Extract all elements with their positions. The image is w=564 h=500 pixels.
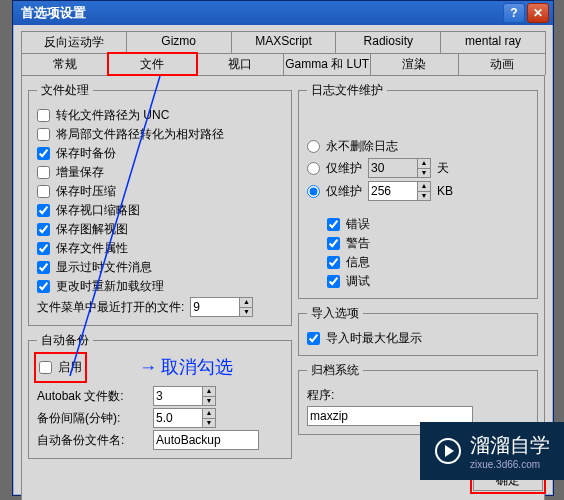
watermark-brand: 溜溜自学 [470, 434, 550, 456]
log-check-label: 警告 [346, 235, 370, 252]
log-check-label: 信息 [346, 254, 370, 271]
file-handling-checkbox[interactable] [37, 166, 50, 179]
watermark: 溜溜自学 zixue.3d66.com [420, 422, 564, 480]
file-handling-item[interactable]: 保存文件属性 [37, 240, 283, 257]
log-never-label: 永不删除日志 [326, 138, 398, 155]
log-maint-kb-spinner[interactable]: ▲▼ [418, 181, 431, 201]
auto-backup-row-label: 备份间隔(分钟): [37, 410, 147, 427]
file-handling-label: 增量保存 [56, 164, 104, 181]
log-check-label: 错误 [346, 216, 370, 233]
tabrow-2: 常规 文件 视口 Gamma 和 LUT 渲染 动画 [21, 53, 545, 75]
recent-files-spinner[interactable]: ▲▼ [240, 297, 253, 317]
tab-radiosity[interactable]: Radiosity [335, 31, 441, 53]
log-maint-kb-input[interactable] [368, 181, 418, 201]
file-handling-checkbox[interactable] [37, 185, 50, 198]
import-maximize-checkbox[interactable] [307, 332, 320, 345]
import-maximize-row[interactable]: 导入时最大化显示 [307, 330, 529, 347]
file-handling-item[interactable]: 更改时重新加载纹理 [37, 278, 283, 295]
titlebar[interactable]: 首选项设置 ? ✕ [13, 1, 553, 25]
auto-backup-enable-row[interactable]: 启用 [39, 359, 82, 376]
file-handling-item[interactable]: 显示过时文件消息 [37, 259, 283, 276]
auto-backup-row-label: Autobak 文件数: [37, 388, 147, 405]
log-check-checkbox[interactable] [327, 218, 340, 231]
file-handling-item[interactable]: 保存时备份 [37, 145, 283, 162]
log-check-label: 调试 [346, 273, 370, 290]
tab-viewport[interactable]: 视口 [196, 53, 284, 75]
auto-backup-group: 自动备份 启用 → 取消勾选 Autobak 文件数:▲▼备份间隔(分钟):▲▼… [28, 332, 292, 459]
auto-backup-row-spinner[interactable]: ▲▼ [203, 408, 216, 428]
file-handling-checkbox[interactable] [37, 223, 50, 236]
log-maint-legend: 日志文件维护 [307, 82, 387, 99]
tab-anim[interactable]: 动画 [458, 53, 546, 75]
file-handling-checkbox[interactable] [37, 280, 50, 293]
file-handling-legend: 文件处理 [37, 82, 93, 99]
auto-backup-name-label: 自动备份文件名: [37, 432, 147, 449]
tab-gamma[interactable]: Gamma 和 LUT [283, 53, 371, 75]
auto-backup-name-input[interactable] [153, 430, 259, 450]
file-handling-item[interactable]: 保存图解视图 [37, 221, 283, 238]
file-handling-label: 显示过时文件消息 [56, 259, 152, 276]
tab-maxscript[interactable]: MAXScript [231, 31, 337, 53]
file-handling-checkbox[interactable] [37, 242, 50, 255]
log-never-radio[interactable] [307, 140, 320, 153]
tabrow-1: 反向运动学 Gizmo MAXScript Radiosity mental r… [21, 31, 545, 53]
recent-files-label: 文件菜单中最近打开的文件: [37, 299, 184, 316]
window-title: 首选项设置 [17, 4, 501, 22]
auto-backup-enable-label: 启用 [58, 359, 82, 376]
file-handling-checkbox[interactable] [37, 109, 50, 122]
log-maint-days-unit: 天 [437, 160, 449, 177]
log-maint-kb-label: 仅维护 [326, 183, 362, 200]
file-handling-checkbox[interactable] [37, 128, 50, 141]
tab-ik[interactable]: 反向运动学 [21, 31, 127, 53]
file-handling-checkbox[interactable] [37, 261, 50, 274]
tab-files[interactable]: 文件 [108, 53, 196, 75]
tabs: 反向运动学 Gizmo MAXScript Radiosity mental r… [21, 31, 545, 75]
log-maint-days-label: 仅维护 [326, 160, 362, 177]
annotation-arrow: → [139, 357, 157, 378]
log-check-checkbox[interactable] [327, 275, 340, 288]
auto-backup-enable-checkbox[interactable] [39, 361, 52, 374]
log-maint-group: 日志文件维护 永不删除日志 仅维护 ▲▼ 天 仅维护 [298, 82, 538, 299]
log-maint-kb-radio[interactable] [307, 185, 320, 198]
file-handling-checkbox[interactable] [37, 147, 50, 160]
log-maint-days-spinner[interactable]: ▲▼ [418, 158, 431, 178]
file-handling-label: 保存时备份 [56, 145, 116, 162]
log-check-item[interactable]: 调试 [327, 273, 529, 290]
recent-files-input[interactable] [190, 297, 240, 317]
auto-backup-row-spinner[interactable]: ▲▼ [203, 386, 216, 406]
log-check-checkbox[interactable] [327, 256, 340, 269]
file-handling-label: 保存视口缩略图 [56, 202, 140, 219]
file-handling-group: 文件处理 转化文件路径为 UNC将局部文件路径转化为相对路径保存时备份增量保存保… [28, 82, 292, 326]
auto-backup-row-input[interactable] [153, 408, 203, 428]
file-handling-label: 保存文件属性 [56, 240, 128, 257]
help-button[interactable]: ? [503, 3, 525, 23]
watermark-sub: zixue.3d66.com [470, 459, 550, 470]
tab-gizmo[interactable]: Gizmo [126, 31, 232, 53]
file-handling-checkbox[interactable] [37, 204, 50, 217]
tab-mentalray[interactable]: mental ray [440, 31, 546, 53]
file-handling-item[interactable]: 保存时压缩 [37, 183, 283, 200]
log-maint-days-input[interactable] [368, 158, 418, 178]
log-check-item[interactable]: 错误 [327, 216, 529, 233]
file-handling-item[interactable]: 转化文件路径为 UNC [37, 107, 283, 124]
file-handling-label: 转化文件路径为 UNC [56, 107, 169, 124]
log-check-item[interactable]: 信息 [327, 254, 529, 271]
log-check-item[interactable]: 警告 [327, 235, 529, 252]
log-maint-kb-unit: KB [437, 184, 453, 198]
tab-general[interactable]: 常规 [21, 53, 109, 75]
log-check-checkbox[interactable] [327, 237, 340, 250]
close-button[interactable]: ✕ [527, 3, 549, 23]
auto-backup-row-input[interactable] [153, 386, 203, 406]
file-handling-label: 将局部文件路径转化为相对路径 [56, 126, 224, 143]
file-handling-item[interactable]: 增量保存 [37, 164, 283, 181]
tab-render[interactable]: 渲染 [370, 53, 458, 75]
import-maximize-label: 导入时最大化显示 [326, 330, 422, 347]
annotation-text: 取消勾选 [161, 355, 233, 379]
import-opts-legend: 导入选项 [307, 305, 363, 322]
log-maint-days-radio[interactable] [307, 162, 320, 175]
file-handling-label: 保存时压缩 [56, 183, 116, 200]
file-handling-item[interactable]: 保存视口缩略图 [37, 202, 283, 219]
file-handling-label: 保存图解视图 [56, 221, 128, 238]
file-handling-item[interactable]: 将局部文件路径转化为相对路径 [37, 126, 283, 143]
auto-backup-legend: 自动备份 [37, 332, 93, 349]
